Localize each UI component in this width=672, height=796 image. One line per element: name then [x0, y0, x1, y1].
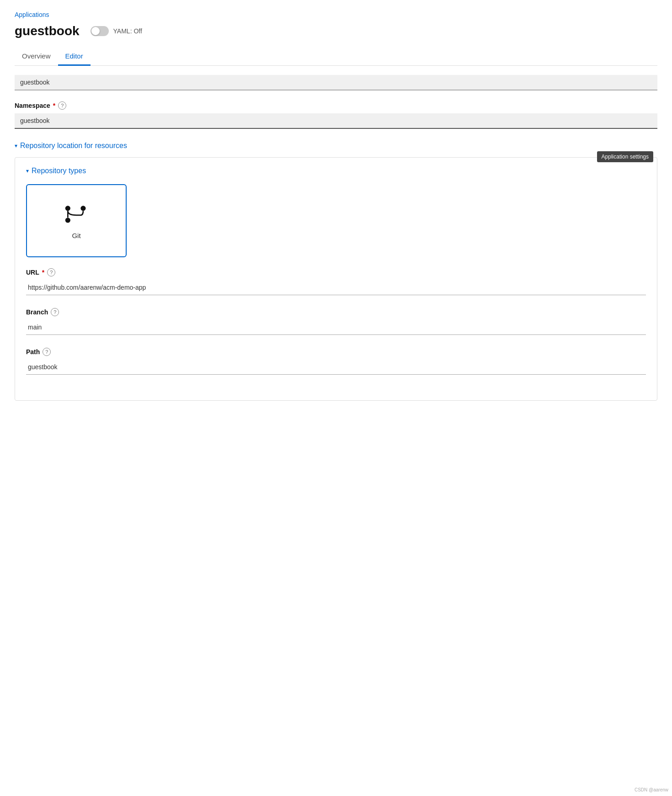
namespace-input[interactable] [15, 113, 657, 129]
branch-input[interactable] [26, 320, 646, 335]
repo-type-cards: Git [26, 184, 646, 257]
namespace-field: Namespace * ? [15, 101, 657, 129]
git-label: Git [72, 232, 80, 239]
settings-card: Application settings ▾ Repository types [15, 157, 657, 401]
breadcrumb: Applications [15, 11, 657, 18]
yaml-label: YAML: Off [113, 27, 142, 35]
applications-link[interactable]: Applications [15, 11, 49, 18]
svg-point-0 [65, 206, 70, 211]
path-input[interactable] [26, 360, 646, 375]
url-input[interactable] [26, 280, 646, 295]
branch-help-icon[interactable]: ? [51, 308, 59, 316]
svg-point-1 [65, 218, 70, 223]
repo-location-header[interactable]: ▾ Repository location for resources [15, 142, 657, 150]
branch-field: Branch ? [26, 308, 646, 335]
branch-label: Branch ? [26, 308, 646, 316]
repo-type-git[interactable]: Git [26, 184, 127, 257]
path-label: Path ? [26, 348, 646, 356]
tab-overview[interactable]: Overview [15, 48, 58, 66]
app-settings-tooltip: Application settings [597, 151, 653, 162]
tab-editor[interactable]: Editor [58, 48, 91, 66]
path-field: Path ? [26, 348, 646, 375]
yaml-toggle[interactable] [91, 26, 109, 36]
url-label: URL * ? [26, 268, 646, 276]
watermark: CSDN @aarenw [635, 787, 668, 792]
svg-point-2 [80, 206, 85, 211]
repo-location-section: ▾ Repository location for resources [15, 142, 657, 150]
required-indicator: * [53, 102, 55, 109]
app-title: guestbook [15, 24, 80, 38]
repo-location-label: Repository location for resources [20, 142, 127, 150]
repo-types-section: ▾ Repository types Git [26, 167, 646, 257]
repo-location-chevron: ▾ [15, 143, 17, 149]
git-icon [64, 202, 89, 225]
repo-types-header[interactable]: ▾ Repository types [26, 167, 646, 175]
url-field: URL * ? [26, 268, 646, 295]
namespace-label: Namespace * ? [15, 101, 657, 110]
tabs-bar: Overview Editor [15, 48, 657, 66]
repo-types-label: Repository types [32, 167, 86, 175]
app-name-field [15, 75, 657, 90]
url-help-icon[interactable]: ? [47, 268, 55, 276]
path-help-icon[interactable]: ? [43, 348, 51, 356]
app-name-input[interactable] [15, 75, 657, 90]
namespace-help-icon[interactable]: ? [58, 101, 66, 110]
url-required-indicator: * [42, 269, 44, 276]
repo-types-chevron: ▾ [26, 168, 29, 174]
